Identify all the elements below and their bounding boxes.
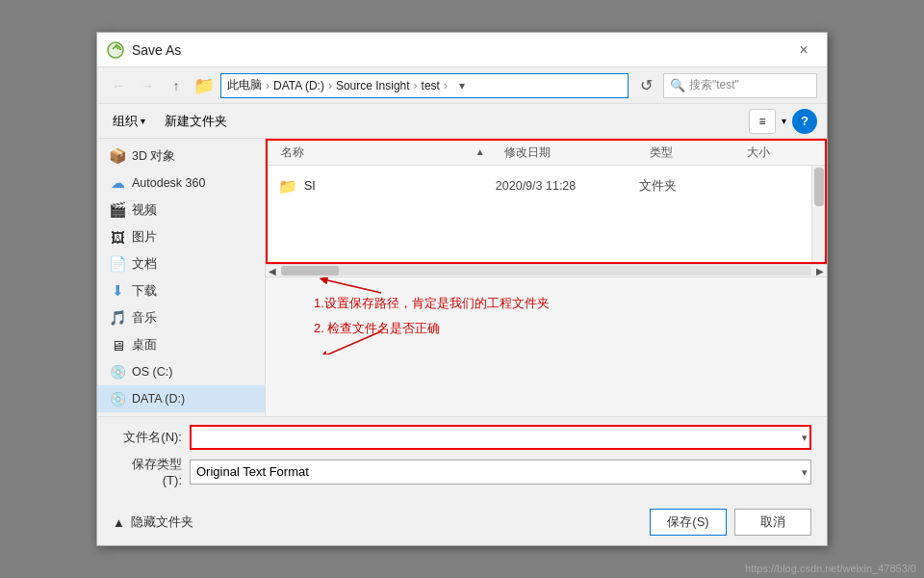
title-bar-left: Save As (107, 41, 181, 59)
navigation-toolbar: ← → ↑ 📁 此电脑 › DATA (D:) › Source Insight… (97, 67, 827, 104)
sidebar-item-cDrive[interactable]: 💿 OS (C:) (97, 358, 265, 385)
3dobject-icon: 📦 (109, 147, 126, 165)
sidebar-label-autodesk: Autodesk 360 (132, 176, 205, 190)
file-row-name: SI (304, 179, 496, 193)
hide-folders-button[interactable]: ▲ 隐藏文件夹 (113, 513, 193, 531)
cDrive-icon: 💿 (109, 363, 126, 381)
file-list: 📁 SI 2020/9/3 11:28 文件夹 (268, 166, 811, 206)
sidebar-item-3dobject[interactable]: 📦 3D 对象 (97, 143, 265, 170)
autodesk-icon: ☁ (109, 174, 126, 192)
refresh-button[interactable]: ↺ (634, 74, 657, 97)
action-bar: 组织 ▾ 新建文件夹 ≡ ▾ ? (97, 104, 827, 139)
svg-line-1 (323, 279, 381, 293)
up-button[interactable]: ↑ (165, 74, 188, 97)
address-dropdown-button[interactable]: ▾ (451, 79, 473, 92)
hide-folders-icon: ▲ (113, 515, 125, 530)
sidebar-item-desktop[interactable]: 🖥 桌面 (97, 331, 265, 358)
organize-label: 组织 (113, 113, 138, 130)
col-name-sort: ▲ (475, 144, 504, 161)
col-date[interactable]: 修改日期 (504, 144, 650, 161)
sort-up-icon: ▲ (475, 146, 485, 157)
h-scroll-prev[interactable]: ◀ (266, 264, 279, 277)
sidebar-label-pictures: 图片 (132, 229, 157, 246)
desktop-icon: 🖥 (109, 336, 126, 354)
sidebar-label-music: 音乐 (132, 310, 157, 327)
view-button[interactable]: ≡ (749, 109, 776, 134)
forward-button[interactable]: → (136, 74, 159, 97)
pictures-icon: 🖼 (109, 228, 126, 246)
breadcrumb-folder-icon: 📁 (193, 75, 215, 96)
address-bar[interactable]: 此电脑 › DATA (D:) › Source Insight › test … (220, 73, 629, 98)
documents-icon: 📄 (109, 255, 126, 273)
filename-label: 文件名(N): (113, 429, 182, 446)
col-type[interactable]: 类型 (650, 144, 747, 161)
view-dropdown-icon[interactable]: ▾ (782, 116, 786, 126)
title-bar: Save As × (97, 33, 827, 67)
cancel-button[interactable]: 取消 (734, 509, 811, 536)
close-button[interactable]: × (790, 37, 817, 64)
annotation-arrows (266, 277, 827, 355)
sidebar-label-desktop: 桌面 (132, 337, 157, 354)
save-as-dialog: Save As × ← → ↑ 📁 此电脑 › DATA (D:) › Sour… (96, 32, 828, 546)
address-sep-0: › (266, 79, 270, 92)
col-name[interactable]: 名称 (277, 144, 475, 161)
organize-dropdown-icon: ▾ (141, 116, 145, 126)
sidebar-item-music[interactable]: 🎵 音乐 (97, 304, 265, 331)
h-scroll-track[interactable] (281, 266, 811, 276)
file-folder-icon: 📁 (277, 175, 298, 197)
file-area-inner: 📁 SI 2020/9/3 11:28 文件夹 (268, 166, 825, 262)
dDrive-icon: 💿 (109, 390, 126, 407)
content-area: 名称 ▲ 修改日期 类型 大小 📁 (266, 139, 827, 416)
col-size[interactable]: 大小 (747, 144, 815, 161)
music-icon: 🎵 (109, 309, 126, 327)
sidebar-item-video[interactable]: 🎬 视频 (97, 197, 265, 223)
h-scroll-next[interactable]: ▶ (813, 264, 827, 277)
sidebar-label-documents: 文档 (132, 256, 157, 273)
organize-button[interactable]: 组织 ▾ (107, 110, 151, 133)
search-icon: 🔍 (670, 78, 685, 92)
horizontal-scrollbar[interactable]: ◀ ▶ (266, 264, 827, 277)
dialog-footer: ▲ 隐藏文件夹 保存(S) 取消 (97, 501, 827, 545)
sidebar-label-downloads: 下载 (132, 283, 157, 300)
vertical-scrollbar[interactable] (811, 166, 825, 262)
downloads-icon: ⬇ (109, 282, 126, 300)
sidebar-item-autodesk[interactable]: ☁ Autodesk 360 (97, 170, 265, 197)
filename-row: 文件名(N): ▾ (113, 425, 811, 450)
app-icon (107, 41, 124, 59)
main-area: 📦 3D 对象 ☁ Autodesk 360 🎬 视频 🖼 (97, 139, 827, 416)
form-area: 文件名(N): ▾ 保存类型(T): Original Text Format … (97, 416, 827, 501)
dialog-title: Save As (132, 42, 181, 58)
address-sep-1: › (328, 79, 332, 92)
h-scroll-thumb[interactable] (281, 266, 339, 276)
sidebar-item-pictures[interactable]: 🖼 图片 (97, 223, 265, 250)
file-row-type: 文件夹 (639, 178, 734, 195)
filename-input[interactable] (190, 425, 811, 450)
filetype-row: 保存类型(T): Original Text Format ▾ (113, 456, 811, 487)
hide-folders-label: 隐藏文件夹 (131, 513, 193, 531)
filetype-label: 保存类型(T): (113, 456, 182, 487)
sidebar-label-dDrive: DATA (D:) (132, 392, 185, 406)
table-row[interactable]: 📁 SI 2020/9/3 11:28 文件夹 (268, 170, 811, 202)
sidebar-item-dDrive[interactable]: 💿 DATA (D:) (97, 385, 265, 412)
sidebar-label-video: 视频 (132, 202, 157, 219)
help-button[interactable]: ? (792, 109, 817, 134)
watermark: https://blog.csdn.net/weixin_47853/0 (745, 563, 916, 574)
save-button[interactable]: 保存(S) (650, 509, 727, 536)
filetype-select[interactable]: Original Text Format (190, 460, 811, 485)
address-sep-3: › (444, 79, 448, 92)
filetype-select-wrapper: Original Text Format ▾ (190, 460, 811, 485)
file-area: 名称 ▲ 修改日期 类型 大小 📁 (266, 139, 827, 264)
sidebar-item-downloads[interactable]: ⬇ 下载 (97, 277, 265, 304)
sidebar-item-documents[interactable]: 📄 文档 (97, 250, 265, 277)
address-part-0: 此电脑 (227, 77, 262, 93)
file-list-header: 名称 ▲ 修改日期 类型 大小 (268, 141, 825, 166)
sidebar-label-3dobject: 3D 对象 (132, 148, 175, 165)
new-folder-button[interactable]: 新建文件夹 (157, 110, 235, 133)
annotation-line-1: 1.设置保存路径，肯定是我们的工程文件夹 (314, 295, 798, 312)
sidebar-label-cDrive: OS (C:) (132, 365, 172, 379)
address-sep-2: › (414, 79, 418, 92)
file-content: 📁 SI 2020/9/3 11:28 文件夹 (268, 166, 811, 262)
search-box[interactable]: 🔍 搜索"test" (663, 73, 817, 98)
back-button[interactable]: ← (107, 74, 130, 97)
scroll-thumb[interactable] (814, 168, 824, 206)
